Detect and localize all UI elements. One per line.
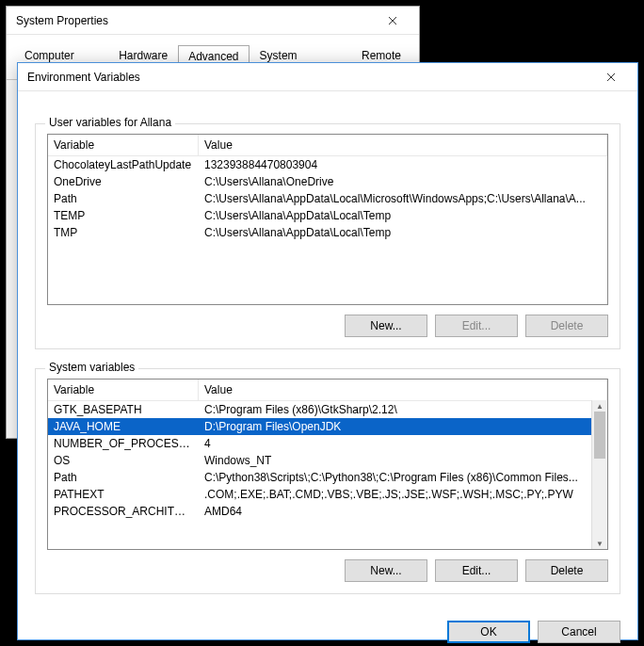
variable-value: C:\Python38\Scripts\;C:\Python38\;C:\Pro…	[199, 469, 607, 486]
user-variables-list[interactable]: Variable Value ChocolateyLastPathUpdate1…	[47, 134, 608, 305]
list-header: Variable Value	[48, 380, 607, 401]
environment-variables-window: Environment Variables User variables for…	[17, 62, 638, 640]
variable-name: PROCESSOR_ARCHITECTURE	[48, 503, 199, 520]
scroll-thumb[interactable]	[594, 412, 605, 459]
table-row[interactable]: GTK_BASEPATHC:\Program Files (x86)\GtkSh…	[48, 401, 607, 418]
variable-name: PATHEXT	[48, 486, 199, 503]
header-variable[interactable]: Variable	[48, 135, 199, 155]
sysprops-close-button[interactable]	[374, 8, 411, 34]
user-delete-button[interactable]: Delete	[525, 315, 608, 337]
variable-name: Path	[48, 469, 199, 486]
variable-value: C:\Users\Allana\AppData\Local\Temp	[199, 207, 607, 224]
table-row[interactable]: NUMBER_OF_PROCESSORS4	[48, 435, 607, 452]
variable-name: ChocolateyLastPathUpdate	[48, 156, 199, 173]
env-title: Environment Variables	[27, 71, 140, 84]
close-icon	[606, 73, 616, 82]
variable-name: NUMBER_OF_PROCESSORS	[48, 435, 199, 452]
variable-value: AMD64	[199, 503, 607, 520]
system-variables-group: System variables Variable Value GTK_BASE…	[35, 368, 620, 594]
table-row[interactable]: ChocolateyLastPathUpdate1323938844708039…	[48, 156, 607, 173]
table-row[interactable]: OSWindows_NT	[48, 452, 607, 469]
scroll-up-icon[interactable]: ▲	[592, 400, 607, 412]
cancel-button[interactable]: Cancel	[538, 621, 620, 643]
variable-name: GTK_BASEPATH	[48, 401, 199, 418]
table-row[interactable]: PathC:\Users\Allana\AppData\Local\Micros…	[48, 190, 607, 207]
system-list-scrollbar[interactable]: ▲ ▼	[591, 400, 607, 549]
sysprops-title: System Properties	[16, 14, 108, 27]
ok-button[interactable]: OK	[447, 621, 530, 643]
scroll-down-icon[interactable]: ▼	[592, 538, 607, 549]
user-group-label: User variables for Allana	[45, 116, 175, 129]
variable-name: TMP	[48, 224, 199, 241]
variable-value: C:\Users\Allana\AppData\Local\Microsoft\…	[199, 190, 607, 207]
sysprops-titlebar: System Properties	[7, 7, 419, 35]
table-row[interactable]: TMPC:\Users\Allana\AppData\Local\Temp	[48, 224, 607, 241]
table-row[interactable]: TEMPC:\Users\Allana\AppData\Local\Temp	[48, 207, 607, 224]
variable-value: C:\Program Files (x86)\GtkSharp\2.12\	[199, 401, 607, 418]
table-row[interactable]: JAVA_HOMED:\Program Files\OpenJDK	[48, 418, 607, 435]
variable-value: 132393884470803904	[199, 156, 607, 173]
variable-value: Windows_NT	[199, 452, 607, 469]
system-new-button[interactable]: New...	[345, 559, 427, 582]
user-variables-group: User variables for Allana Variable Value…	[35, 123, 620, 349]
variable-name: OS	[48, 452, 199, 469]
user-edit-button[interactable]: Edit...	[435, 315, 518, 337]
list-header: Variable Value	[48, 135, 607, 156]
system-delete-button[interactable]: Delete	[525, 559, 608, 582]
env-close-button[interactable]	[592, 64, 630, 90]
close-icon	[388, 16, 397, 25]
header-value[interactable]: Value	[199, 135, 607, 155]
variable-name: TEMP	[48, 207, 199, 224]
variable-name: OneDrive	[48, 173, 199, 190]
system-edit-button[interactable]: Edit...	[435, 559, 518, 582]
variable-value: D:\Program Files\OpenJDK	[199, 418, 607, 435]
table-row[interactable]: PROCESSOR_ARCHITECTUREAMD64	[48, 503, 607, 520]
variable-value: .COM;.EXE;.BAT;.CMD;.VBS;.VBE;.JS;.JSE;.…	[199, 486, 607, 503]
table-row[interactable]: PathC:\Python38\Scripts\;C:\Python38\;C:…	[48, 469, 607, 486]
user-new-button[interactable]: New...	[345, 315, 427, 337]
header-value[interactable]: Value	[199, 380, 607, 400]
variable-name: JAVA_HOME	[48, 418, 199, 435]
system-group-label: System variables	[45, 361, 138, 374]
header-variable[interactable]: Variable	[48, 380, 199, 400]
env-titlebar: Environment Variables	[18, 63, 637, 91]
table-row[interactable]: PATHEXT.COM;.EXE;.BAT;.CMD;.VBS;.VBE;.JS…	[48, 486, 607, 503]
variable-name: Path	[48, 190, 199, 207]
variable-value: C:\Users\Allana\AppData\Local\Temp	[199, 224, 607, 241]
system-variables-list[interactable]: Variable Value GTK_BASEPATHC:\Program Fi…	[47, 379, 608, 550]
table-row[interactable]: OneDriveC:\Users\Allana\OneDrive	[48, 173, 607, 190]
variable-value: C:\Users\Allana\OneDrive	[199, 173, 607, 190]
variable-value: 4	[199, 435, 607, 452]
